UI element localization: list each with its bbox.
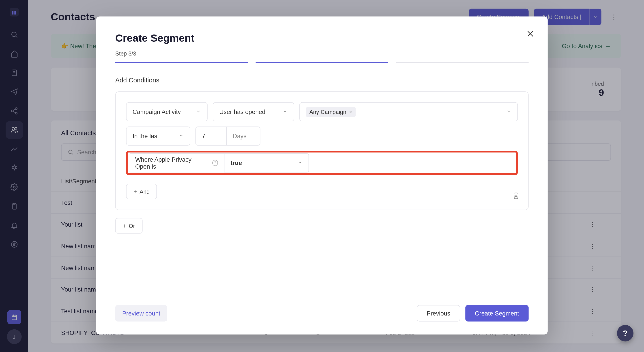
chevron-down-icon	[282, 108, 288, 115]
progress-bar	[115, 62, 529, 63]
section-label: Add Conditions	[115, 76, 529, 84]
apple-privacy-highlight: Where Apple Privacy Open is ? true	[126, 151, 518, 175]
help-icon[interactable]: ?	[212, 160, 218, 166]
days-input[interactable]	[196, 127, 222, 145]
activity-select[interactable]: Campaign Activity	[126, 102, 208, 121]
step-indicator: Step 3/3	[115, 50, 529, 57]
action-select[interactable]: User has opened	[213, 102, 294, 121]
days-unit: Days	[226, 127, 252, 145]
days-field: Days	[196, 126, 260, 146]
chevron-down-icon	[506, 108, 511, 115]
create-segment-modal: Create Segment Step 3/3 Add Conditions C…	[96, 16, 548, 334]
condition-block: Campaign Activity User has opened Any Ca…	[115, 91, 529, 210]
add-or-button[interactable]: +Or	[115, 218, 142, 234]
delete-condition-button[interactable]	[512, 192, 520, 201]
chip-remove-icon[interactable]: ×	[349, 108, 352, 115]
campaign-select[interactable]: Any Campaign ×	[300, 102, 518, 121]
preview-count-button[interactable]: Preview count	[115, 305, 167, 322]
add-and-button[interactable]: +And	[126, 184, 157, 199]
privacy-label-field: Where Apple Privacy Open is ?	[129, 154, 224, 172]
chevron-down-icon	[178, 132, 184, 140]
chevron-down-icon	[297, 160, 302, 166]
range-select[interactable]: In the last	[126, 126, 190, 146]
create-segment-submit[interactable]: Create Segment	[465, 305, 528, 322]
close-button[interactable]	[526, 30, 535, 40]
privacy-value-select[interactable]: true	[224, 154, 309, 172]
modal-title: Create Segment	[115, 32, 529, 44]
chevron-down-icon	[196, 108, 201, 115]
help-fab[interactable]: ?	[617, 325, 634, 342]
campaign-chip: Any Campaign ×	[306, 107, 356, 117]
previous-button[interactable]: Previous	[417, 305, 460, 322]
modal-overlay: Create Segment Step 3/3 Add Conditions C…	[0, 0, 644, 352]
